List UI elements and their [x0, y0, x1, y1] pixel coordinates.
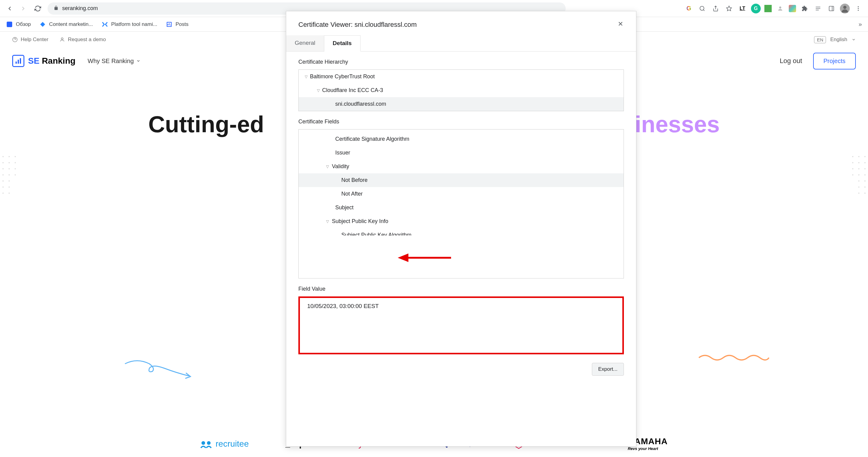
- triangle-icon: ▽: [326, 219, 329, 224]
- logout-link[interactable]: Log out: [780, 57, 802, 65]
- svg-point-9: [858, 10, 859, 11]
- svg-point-51: [864, 174, 866, 175]
- field-label: Subject Public Key Info: [332, 218, 388, 225]
- ext-lt-icon[interactable]: LT: [738, 4, 747, 13]
- bookmarks-overflow[interactable]: »: [859, 21, 862, 28]
- field-issuer[interactable]: Issuer: [299, 146, 624, 160]
- field-subject[interactable]: Subject: [299, 201, 624, 215]
- star-icon[interactable]: [724, 4, 734, 13]
- export-button[interactable]: Export...: [592, 363, 624, 376]
- lang-code: EN: [814, 36, 826, 43]
- hierarchy-label: Baltimore CyberTrust Root: [310, 73, 375, 80]
- nav-why-link[interactable]: Why SE Ranking: [88, 58, 141, 65]
- ext-color-icon[interactable]: [789, 5, 796, 12]
- chevron-down-icon: [851, 37, 856, 42]
- svg-marker-1: [726, 6, 732, 11]
- hierarchy-leaf[interactable]: sni.cloudflaressl.com: [299, 97, 624, 111]
- svg-point-38: [2, 193, 4, 194]
- brand-recruitee: recruitee: [200, 439, 249, 449]
- svg-point-53: [864, 181, 866, 182]
- help-center-link[interactable]: Help Center: [12, 37, 49, 43]
- forward-button[interactable]: [18, 4, 28, 13]
- ext-grammarly-icon[interactable]: G: [751, 4, 761, 13]
- svg-point-54: [858, 187, 860, 188]
- svg-rect-3: [829, 6, 834, 11]
- share-icon[interactable]: [711, 4, 720, 13]
- svg-rect-21: [20, 58, 21, 64]
- field-label: Validity: [332, 163, 349, 170]
- projects-button[interactable]: Projects: [813, 53, 856, 69]
- svg-point-35: [8, 181, 10, 182]
- ext-gray-icon[interactable]: [775, 4, 785, 13]
- svg-point-32: [8, 174, 10, 175]
- hierarchy-title: Certificate Hierarchy: [286, 52, 636, 69]
- field-serial[interactable]: Serial Number: [299, 129, 624, 132]
- request-demo-label: Request a demo: [68, 37, 106, 43]
- field-not-before[interactable]: Not Before: [299, 173, 624, 187]
- hierarchy-root[interactable]: ▽ Baltimore CyberTrust Root: [299, 70, 624, 84]
- svg-point-36: [2, 187, 4, 188]
- tab-general[interactable]: General: [286, 35, 324, 51]
- help-center-label: Help Center: [21, 37, 49, 43]
- reload-button[interactable]: [33, 4, 43, 13]
- svg-point-7: [858, 6, 859, 7]
- zoom-icon[interactable]: [697, 4, 707, 13]
- svg-point-31: [2, 174, 4, 175]
- svg-point-47: [858, 168, 860, 169]
- reading-list-icon[interactable]: [813, 4, 823, 13]
- svg-point-27: [14, 162, 16, 163]
- field-value-text: 10/05/2023, 03:00:00 EEST: [307, 303, 379, 309]
- logo[interactable]: SE Ranking: [12, 55, 75, 67]
- back-button[interactable]: [5, 4, 14, 13]
- menu-icon[interactable]: [854, 4, 863, 13]
- bookmark-label: Обзор: [16, 21, 31, 27]
- close-button[interactable]: [617, 20, 624, 29]
- svg-point-34: [2, 181, 4, 182]
- bookmark-label: Content marketin...: [49, 21, 93, 27]
- logo-se: SE: [28, 56, 39, 66]
- bookmark-item[interactable]: Platform tool nami...: [101, 21, 157, 28]
- value-title: Field Value: [286, 279, 636, 296]
- tab-details[interactable]: Details: [324, 35, 361, 52]
- extensions-icon[interactable]: [800, 4, 809, 13]
- request-demo-link[interactable]: Request a demo: [59, 37, 106, 43]
- decoration-arrow: [122, 355, 195, 379]
- svg-point-23: [8, 156, 10, 157]
- decoration-dots: [831, 154, 868, 190]
- bookmark-item[interactable]: Обзор: [6, 21, 31, 28]
- field-spk-alg[interactable]: Subject Public Key Algorithm: [299, 228, 624, 235]
- svg-point-55: [864, 187, 866, 188]
- person-icon: [59, 37, 65, 42]
- svg-point-59: [207, 441, 211, 445]
- svg-rect-20: [18, 60, 19, 64]
- svg-marker-63: [398, 254, 408, 262]
- field-sig-alg[interactable]: Certificate Signature Algorithm: [299, 132, 624, 146]
- svg-point-22: [2, 156, 4, 157]
- hierarchy-intermediate[interactable]: ▽ Cloudflare Inc ECC CA-3: [299, 84, 624, 97]
- svg-point-57: [864, 193, 866, 194]
- svg-point-56: [858, 193, 860, 194]
- side-panel-icon[interactable]: [827, 4, 836, 13]
- profile-avatar[interactable]: [840, 4, 850, 13]
- field-not-after[interactable]: Not After: [299, 187, 624, 201]
- bookmark-favicon: [101, 21, 108, 28]
- fields-box[interactable]: Serial Number Certificate Signature Algo…: [299, 129, 624, 279]
- field-spki[interactable]: ▽ Subject Public Key Info: [299, 215, 624, 228]
- help-icon: [12, 37, 18, 42]
- svg-point-46: [852, 168, 854, 169]
- hierarchy-label: sni.cloudflaressl.com: [335, 101, 386, 107]
- triangle-icon: ▽: [326, 165, 329, 169]
- bookmark-item[interactable]: Content marketin...: [39, 21, 93, 28]
- language-selector[interactable]: EN English: [814, 36, 856, 43]
- svg-marker-11: [40, 22, 45, 27]
- ext-green-icon[interactable]: [764, 5, 772, 12]
- field-value-box: 10/05/2023, 03:00:00 EEST: [299, 296, 624, 354]
- svg-point-25: [2, 162, 4, 163]
- field-validity[interactable]: ▽ Validity: [299, 160, 624, 173]
- svg-point-40: [852, 156, 854, 157]
- cert-tabs: General Details: [286, 35, 636, 52]
- svg-point-48: [864, 168, 866, 169]
- google-icon[interactable]: G: [684, 4, 694, 13]
- bookmark-item[interactable]: Posts: [166, 21, 189, 28]
- bookmark-favicon: [166, 21, 173, 28]
